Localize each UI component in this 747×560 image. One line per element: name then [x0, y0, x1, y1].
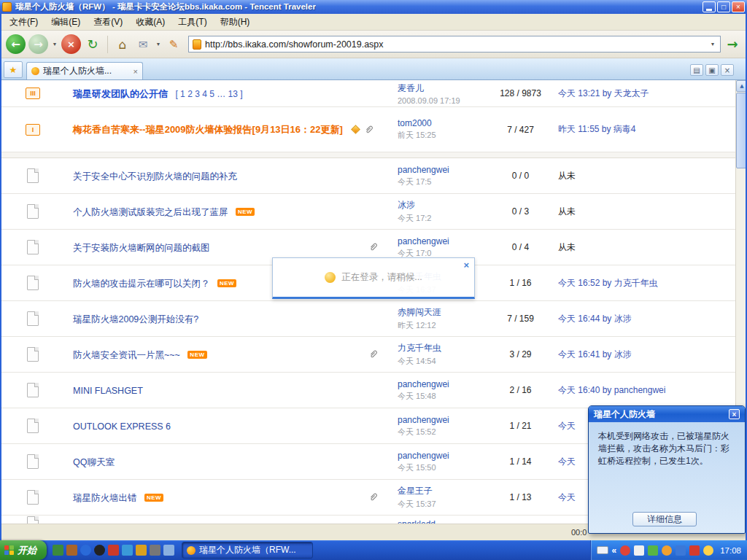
- app-icon: [2, 2, 12, 12]
- tab-restore-button[interactable]: ▣: [705, 64, 719, 76]
- refresh-button[interactable]: ↻: [84, 36, 101, 52]
- quicklaunch-icon-1[interactable]: [53, 545, 63, 556]
- paperclip-icon: [368, 242, 379, 252]
- keyboard-layout-icon[interactable]: [597, 546, 608, 554]
- replies-views: 2 / 16: [489, 373, 552, 408]
- popup-close-button[interactable]: ×: [729, 409, 740, 419]
- thread-title-link[interactable]: 个人防火墙测试版装完之后出现了蓝屏: [73, 207, 228, 217]
- menubar: 文件(F) 编辑(E) 查看(V) 收藏(A) 工具(T) 帮助(H): [0, 14, 747, 31]
- replies-views: 0 / 4: [489, 230, 552, 265]
- last-post-link[interactable]: 今天 13:21 by 天龙太子: [558, 88, 649, 100]
- tray-collapse-icon[interactable]: «: [612, 545, 617, 556]
- thread-title-link[interactable]: OUTLOOK EXPRESS 6: [73, 421, 171, 432]
- tabbar: ★ 瑞星个人防火墙... × ▤ ▣ ×: [0, 58, 747, 80]
- author-link[interactable]: panchengwei: [398, 236, 489, 246]
- author-link[interactable]: panchengwei: [398, 415, 489, 425]
- tray-icon-5[interactable]: [676, 545, 686, 556]
- page-links[interactable]: [ 1 2 3 4 5 … 13 ]: [175, 89, 242, 99]
- details-button[interactable]: 详细信息: [632, 512, 697, 526]
- tray-icon-1[interactable]: [620, 545, 630, 556]
- menu-file[interactable]: 文件(F): [3, 14, 44, 31]
- thread-title-link[interactable]: 梅花香自苦寒来--瑞星2009防火墙体验报告[9月13日16：22更新]: [73, 123, 343, 136]
- table-row: 瑞星防火墙2009公测开始没有? 赤脚闯天涯 昨天 12:12 7 / 159 …: [0, 301, 735, 337]
- taskbar-task-button[interactable]: 瑞星个人防火墙（RFW...: [182, 542, 313, 559]
- toolbar-divider: [107, 36, 108, 53]
- tray-icon-2[interactable]: [634, 545, 644, 556]
- address-dropdown-icon[interactable]: ▼: [709, 42, 716, 47]
- address-input[interactable]: [205, 39, 705, 50]
- last-post-link[interactable]: 今天: [558, 420, 576, 432]
- last-post-link[interactable]: 今天 16:44 by 冰涉: [558, 313, 632, 325]
- start-button[interactable]: 开始: [0, 540, 47, 560]
- author-link[interactable]: 金星王子: [398, 485, 489, 497]
- quicklaunch-icon-7[interactable]: [136, 545, 147, 556]
- thread-title-link[interactable]: 瑞星防火墙2009公测开始没有?: [73, 314, 198, 324]
- popup-message: 本机受到网络攻击，已被瑞星防火墙拦截，攻击名称为木马后门：彩虹桥远程控制，已发生…: [589, 422, 745, 467]
- tabbar-close-button[interactable]: ×: [721, 64, 734, 76]
- quicklaunch-icon-2[interactable]: [66, 545, 77, 556]
- author-link[interactable]: panchengwei: [398, 165, 489, 175]
- popup-title: 瑞星个人防火墙: [594, 408, 655, 421]
- menu-help[interactable]: 帮助(H): [214, 14, 257, 31]
- author-link[interactable]: 麦香儿: [398, 82, 489, 95]
- mail-button[interactable]: ✉: [134, 38, 152, 51]
- maximize-button[interactable]: □: [717, 1, 730, 12]
- menu-favorites[interactable]: 收藏(A): [129, 14, 171, 31]
- favorites-star-button[interactable]: ★: [4, 61, 23, 78]
- last-post-link[interactable]: 昨天 11:55 by 病毒4: [558, 123, 636, 136]
- last-post-link[interactable]: 今天 16:41 by 冰涉: [558, 349, 632, 361]
- thread-title-link[interactable]: 关于安装防火墙断网的问题的截图: [73, 243, 210, 253]
- thread-title-link[interactable]: 瑞星研发团队的公开信: [73, 88, 168, 99]
- author-link[interactable]: 冰涉: [398, 199, 489, 211]
- author-link[interactable]: 赤脚闯天涯: [398, 306, 489, 319]
- thread-title-link[interactable]: 瑞星防火墙出错: [73, 493, 137, 503]
- tab-close-icon[interactable]: ×: [133, 67, 138, 76]
- author-link[interactable]: tom2000: [398, 118, 489, 128]
- last-post-link[interactable]: 今天: [558, 491, 576, 504]
- tray-icon-6[interactable]: [689, 545, 700, 556]
- menu-edit[interactable]: 编辑(E): [44, 14, 87, 31]
- quicklaunch-icon-6[interactable]: [122, 545, 133, 556]
- quicklaunch-icon-9[interactable]: [163, 545, 174, 556]
- minimize-button[interactable]: [703, 1, 716, 12]
- last-post-link[interactable]: 今天 16:40 by panchengwei: [558, 384, 665, 397]
- quicklaunch-icon-4[interactable]: [94, 545, 105, 556]
- quicklaunch-icon-5[interactable]: [108, 545, 119, 556]
- thread-title-link[interactable]: QQ聊天室: [73, 457, 115, 467]
- chevron-down-icon[interactable]: ▼: [51, 42, 58, 47]
- thread-title-link[interactable]: 防火墙安全资讯一片黑~~~: [73, 350, 180, 360]
- quicklaunch-icon-8[interactable]: [150, 545, 160, 556]
- home-button[interactable]: ⌂: [114, 37, 131, 52]
- paperclip-icon: [364, 125, 374, 135]
- tab-list-button[interactable]: ▤: [690, 64, 703, 76]
- thread-title-link[interactable]: 防火墙的攻击提示在哪可以关闭？: [73, 279, 210, 289]
- chevron-down-icon[interactable]: ▼: [155, 42, 162, 47]
- thread-page-icon: [27, 204, 39, 219]
- stop-button[interactable]: ×: [61, 34, 81, 54]
- author-link[interactable]: panchengwei: [398, 451, 489, 461]
- edit-button[interactable]: ✎: [165, 38, 182, 51]
- thread-page-icon: [27, 168, 39, 183]
- quicklaunch-icon-3[interactable]: [80, 545, 91, 556]
- toast-close-icon[interactable]: ×: [463, 260, 469, 271]
- thread-page-icon: [27, 383, 39, 397]
- tab-active[interactable]: 瑞星个人防火墙... ×: [26, 62, 143, 79]
- thread-title-link[interactable]: 关于安全中心不识别防火墙的问题的补充: [73, 171, 237, 182]
- author-link[interactable]: 力克千年虫: [398, 342, 489, 354]
- back-button[interactable]: ←: [6, 34, 26, 54]
- go-button[interactable]: →: [724, 36, 741, 52]
- system-tray: « 17:08: [590, 540, 747, 560]
- forward-button[interactable]: →: [28, 34, 48, 54]
- thread-title-link[interactable]: MINI FLASHGET: [73, 386, 143, 396]
- close-button[interactable]: ×: [732, 1, 745, 12]
- table-row: 关于安全中心不识别防火墙的问题的补充 panchengwei 今天 17:5 0…: [0, 158, 735, 194]
- tray-icon-3[interactable]: [648, 545, 658, 556]
- author-link[interactable]: panchengwei: [398, 379, 489, 389]
- last-post-link[interactable]: 今天: [558, 456, 576, 468]
- menu-view[interactable]: 查看(V): [87, 14, 129, 31]
- tray-icon-4[interactable]: [662, 545, 672, 556]
- last-post-link[interactable]: 今天 16:52 by 力克千年虫: [558, 277, 658, 289]
- tray-icon-7[interactable]: [703, 545, 713, 556]
- menu-tools[interactable]: 工具(T): [171, 14, 213, 31]
- announcement-icon: III: [26, 88, 40, 99]
